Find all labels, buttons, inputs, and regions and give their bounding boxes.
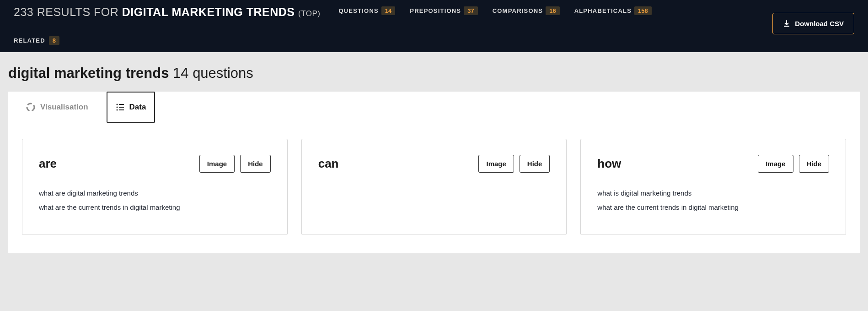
list-item[interactable]: what are the current trends in digital m… <box>597 203 829 211</box>
card-list: what is digital marketing trends what ar… <box>597 189 829 211</box>
nav-tab-questions[interactable]: QUESTIONS 14 <box>338 6 395 15</box>
visualisation-icon <box>26 102 36 112</box>
svg-point-4 <box>116 107 118 108</box>
count-badge: 16 <box>546 6 559 15</box>
card-head: can Image Hide <box>318 155 550 173</box>
cards-row: are Image Hide what are digital marketin… <box>8 123 860 253</box>
header: 233 RESULTS FOR DIGITAL MARKETING TRENDS… <box>0 0 868 52</box>
section-title-wrap: digital marketing trends 14 questions <box>0 52 868 92</box>
nav-tab-related[interactable]: RELATED 8 <box>14 36 320 45</box>
count-badge: 8 <box>49 36 59 45</box>
card-title: how <box>597 157 621 171</box>
results-top: (TOP) <box>298 9 320 18</box>
list-icon <box>116 103 125 112</box>
svg-point-6 <box>116 109 118 111</box>
results-prefix: RESULTS FOR <box>37 5 119 18</box>
tab-data[interactable]: Data <box>107 92 155 123</box>
results-title: 233 RESULTS FOR DIGITAL MARKETING TRENDS… <box>14 5 320 19</box>
list-item[interactable]: what is digital marketing trends <box>597 189 829 197</box>
nav-tab-label: QUESTIONS <box>338 7 378 14</box>
svg-rect-7 <box>119 109 124 110</box>
download-csv-button[interactable]: Download CSV <box>772 13 854 34</box>
svg-rect-3 <box>119 104 124 105</box>
section-subtitle: 14 questions <box>173 65 253 81</box>
nav-tab-alphabeticals[interactable]: ALPHABETICALS 158 <box>574 6 652 15</box>
download-csv-label: Download CSV <box>795 20 844 27</box>
nav-tabs: QUESTIONS 14 PREPOSITIONS 37 COMPARISONS… <box>338 0 651 15</box>
card-actions: Image Hide <box>478 155 550 173</box>
list-item[interactable]: what are the current trends in digital m… <box>39 203 271 211</box>
nav-tab-label: RELATED <box>14 37 45 44</box>
section-title: digital marketing trends 14 questions <box>8 65 860 82</box>
card-how: how Image Hide what is digital marketing… <box>580 139 846 235</box>
results-query: DIGITAL MARKETING TRENDS <box>122 5 295 18</box>
nav-tab-prepositions[interactable]: PREPOSITIONS 37 <box>410 6 477 15</box>
card-can: can Image Hide <box>301 139 567 235</box>
card-are: are Image Hide what are digital marketin… <box>22 139 288 235</box>
count-badge: 14 <box>381 6 395 15</box>
results-count: 233 <box>14 5 33 18</box>
svg-rect-5 <box>119 107 124 108</box>
image-button[interactable]: Image <box>758 155 793 173</box>
hide-button[interactable]: Hide <box>240 155 271 173</box>
card-list: what are digital marketing trends what a… <box>39 189 271 211</box>
svg-rect-0 <box>784 26 789 27</box>
panel: Visualisation Data are Image <box>8 92 860 253</box>
header-left: 233 RESULTS FOR DIGITAL MARKETING TRENDS… <box>14 0 320 52</box>
nav-tab-label: COMPARISONS <box>493 7 543 14</box>
card-title: can <box>318 157 339 171</box>
svg-point-2 <box>116 104 118 105</box>
image-button[interactable]: Image <box>199 155 235 173</box>
section-query: digital marketing trends <box>8 65 169 81</box>
card-actions: Image Hide <box>758 155 829 173</box>
count-badge: 37 <box>464 6 477 15</box>
card-actions: Image Hide <box>199 155 271 173</box>
hide-button[interactable]: Hide <box>799 155 830 173</box>
card-head: how Image Hide <box>597 155 829 173</box>
view-tabs: Visualisation Data <box>8 92 860 123</box>
download-icon <box>783 20 790 27</box>
image-button[interactable]: Image <box>478 155 514 173</box>
tab-visualisation[interactable]: Visualisation <box>17 92 96 123</box>
card-head: are Image Hide <box>39 155 271 173</box>
svg-point-1 <box>27 104 34 111</box>
tab-label: Visualisation <box>40 103 88 112</box>
hide-button[interactable]: Hide <box>520 155 550 173</box>
count-badge: 158 <box>634 6 652 15</box>
nav-tab-label: PREPOSITIONS <box>410 7 461 14</box>
list-item[interactable]: what are digital marketing trends <box>39 189 271 197</box>
tab-label: Data <box>129 103 146 112</box>
nav-tab-label: ALPHABETICALS <box>574 7 632 14</box>
card-title: are <box>39 157 57 171</box>
nav-tab-comparisons[interactable]: COMPARISONS 16 <box>493 6 560 15</box>
